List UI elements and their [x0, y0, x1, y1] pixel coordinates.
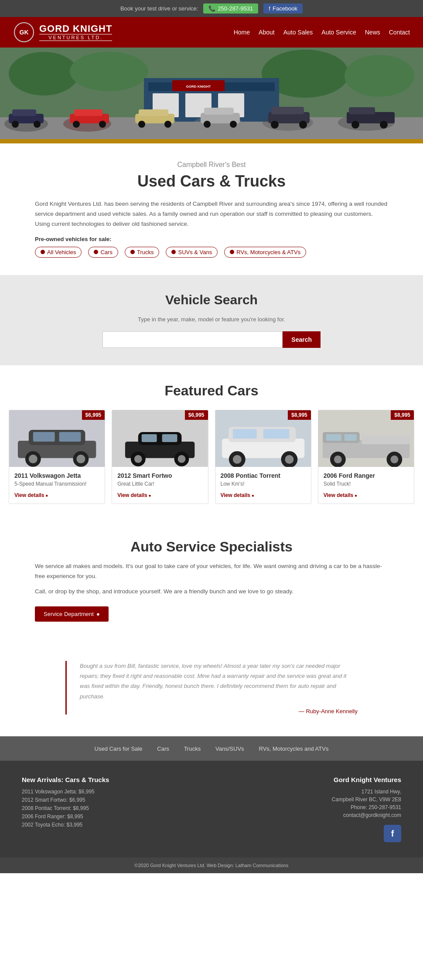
service-body2: Call, or drop by the shop, and introduce…	[35, 587, 388, 597]
search-description: Type in the year, make, model or feature…	[35, 316, 388, 323]
car-price-4: $8,995	[391, 410, 414, 420]
car-link-4[interactable]: View details	[324, 492, 357, 498]
service-button[interactable]: Service Department ●	[35, 606, 109, 622]
car-name-3: 2008 Pontiac Torrent	[221, 472, 306, 479]
search-button[interactable]: Search	[283, 331, 321, 348]
car-image-3: $8,995	[215, 410, 311, 467]
footer-bottom: New Arrivals: Cars & Trucks 2011 Volkswa…	[0, 761, 423, 858]
footer-facebook: f	[332, 825, 401, 842]
search-bar: Search	[102, 331, 321, 348]
car-info-2: 2012 Smart Fortwo Great Little Car! View…	[112, 467, 208, 504]
search-title: Vehicle Search	[35, 293, 388, 307]
svg-point-54	[76, 455, 85, 463]
svg-rect-50	[59, 432, 81, 442]
svg-point-3	[9, 52, 78, 95]
car-price-3: $8,995	[288, 410, 311, 420]
about-section: Campbell River's Best Used Cars & Trucks…	[0, 143, 423, 275]
footer-nav-bar: Used Cars for Sale Cars Trucks Vans/SUVs…	[0, 736, 423, 761]
nav-home[interactable]: Home	[234, 29, 250, 36]
svg-rect-77	[345, 434, 357, 441]
testimonial-text: Bought a suv from Bill, fantastic servic…	[80, 661, 358, 702]
brand-name: GORD KNIGHT	[39, 24, 112, 34]
car-image-4: $8,995	[318, 410, 414, 467]
nav-auto-service[interactable]: Auto Service	[321, 29, 356, 36]
service-btn-icon: ●	[96, 611, 100, 617]
car-name-4: 2006 Ford Ranger	[324, 472, 409, 479]
svg-rect-38	[271, 107, 304, 114]
car-link-1[interactable]: View details	[14, 492, 48, 498]
svg-point-24	[73, 121, 80, 128]
car-name-2: 2012 Smart Fortwo	[117, 472, 202, 479]
new-arrivals-title: New Arrivals: Cars & Trucks	[22, 776, 109, 783]
company-title: Gord Knight Ventures	[332, 776, 401, 783]
svg-rect-68	[263, 429, 289, 439]
car-link-2[interactable]: View details	[117, 492, 151, 498]
nav-auto-sales[interactable]: Auto Sales	[283, 29, 313, 36]
featured-title: Featured Cars	[9, 383, 414, 399]
car-card-4: $8,995 2006 Ford Ranger Solid Truck! Vie…	[318, 410, 414, 504]
svg-rect-67	[232, 429, 256, 439]
footer-car-1: 2011 Volkswagon Jetta: $6,995	[22, 789, 109, 795]
facebook-button[interactable]: f Facebook	[263, 3, 303, 14]
testimonial-block: Bought a suv from Bill, fantastic servic…	[65, 661, 358, 715]
svg-point-40	[299, 121, 307, 129]
footer-email: contact@gordknight.com	[332, 812, 401, 818]
preowned-label: Pre-owned vehicles for sale:	[35, 236, 388, 242]
search-input[interactable]	[102, 331, 283, 348]
footer-nav-rvs[interactable]: RVs, Motorcycles and ATVs	[259, 745, 328, 752]
svg-point-20	[34, 121, 41, 128]
facebook-icon[interactable]: f	[384, 825, 401, 842]
testimonial-section: Bought a suv from Bill, fantastic servic…	[0, 639, 423, 737]
service-section: Auto Service Specialists We service all …	[0, 521, 423, 639]
footer-nav-used-cars[interactable]: Used Cars for Sale	[95, 745, 143, 752]
footer-car-5: 2002 Toyota Echo: $3,995	[22, 822, 109, 828]
vehicle-links: All Vehicles Cars Trucks SUVs & Vans RVs…	[35, 247, 388, 258]
testimonial-author: — Ruby-Anne Kennelly	[80, 708, 358, 715]
svg-point-6	[345, 55, 414, 97]
service-body1: We service all makes and models. It's ou…	[35, 561, 388, 582]
footer-nav-trucks[interactable]: Trucks	[184, 745, 201, 752]
cars-grid: $6,995 2011 Volkswagon Jetta 5-Speed Man…	[9, 410, 414, 504]
about-subtitle: Campbell River's Best	[35, 161, 388, 169]
car-name-1: 2011 Volkswagon Jetta	[14, 472, 99, 479]
book-text: Book your test drive or service:	[120, 5, 198, 12]
link-suvs-vans[interactable]: SUVs & Vans	[166, 247, 218, 258]
svg-point-52	[29, 455, 38, 463]
footer-nav-vans-suvs[interactable]: Vans/SUVs	[215, 745, 244, 752]
nav-news[interactable]: News	[365, 29, 380, 36]
hero-svg: GORD KNIGHT	[0, 48, 423, 143]
svg-rect-8	[0, 139, 423, 143]
logo[interactable]: GK GORD KNIGHT VENTURES LTD.	[13, 21, 112, 43]
facebook-icon: f	[269, 5, 270, 12]
svg-point-82	[390, 456, 398, 463]
featured-section: Featured Cars $6,995 2011 Volksw	[0, 365, 423, 521]
footer-car-4: 2006 Ford Ranger: $8,995	[22, 813, 109, 820]
link-trucks[interactable]: Trucks	[125, 247, 160, 258]
link-all-vehicles[interactable]: All Vehicles	[35, 247, 82, 258]
car-link-3[interactable]: View details	[221, 492, 254, 498]
nav-about[interactable]: About	[259, 29, 275, 36]
svg-point-61	[134, 455, 142, 463]
brand-sub: VENTURES LTD.	[39, 34, 112, 41]
phone-button[interactable]: 📞 250-287-9531	[203, 3, 258, 14]
footer-phone: Phone: 250-287-9531	[332, 804, 401, 810]
link-cars[interactable]: Cars	[88, 247, 118, 258]
car-info-1: 2011 Volkswagon Jetta 5-Speed Manual Tra…	[9, 467, 105, 504]
car-desc-3: Low Km's!	[221, 481, 306, 487]
svg-point-19	[12, 121, 19, 128]
logo-icon: GK	[13, 21, 35, 43]
car-image-1: $6,995	[9, 410, 105, 467]
copyright-text: ©2020 Gord Knight Ventures Ltd. Web Desi…	[135, 863, 289, 868]
svg-point-70	[232, 455, 241, 464]
svg-rect-28	[139, 109, 168, 116]
facebook-label: Facebook	[273, 5, 297, 12]
footer-nav-cars[interactable]: Cars	[157, 745, 169, 752]
svg-rect-23	[74, 109, 102, 116]
phone-number: 250-287-9531	[218, 5, 253, 12]
nav-contact[interactable]: Contact	[389, 29, 410, 36]
link-rvs[interactable]: RVs, Motorcycles & ATVs	[224, 247, 306, 258]
car-desc-4: Solid Truck!	[324, 481, 409, 487]
header: GK GORD KNIGHT VENTURES LTD. Home About …	[0, 17, 423, 48]
svg-point-39	[271, 121, 279, 129]
car-info-4: 2006 Ford Ranger Solid Truck! View detai…	[318, 467, 414, 504]
